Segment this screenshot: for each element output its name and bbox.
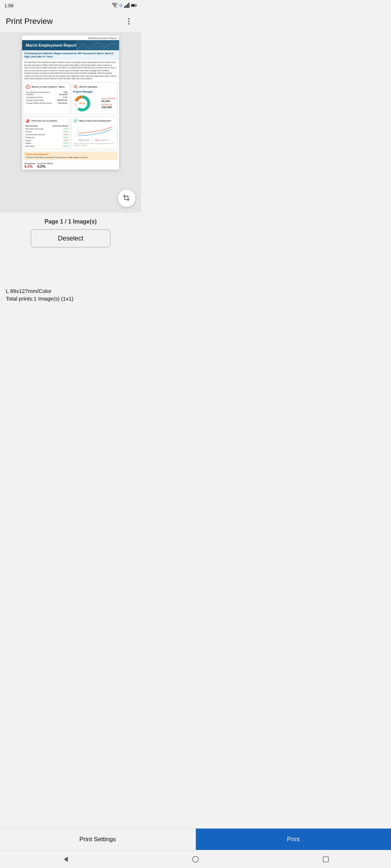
deselect-button[interactable]: Deselect <box>31 229 110 247</box>
industry-value: +0.5% <box>50 145 68 148</box>
more-options-button[interactable] <box>122 15 135 28</box>
active-count: 22,493 <box>101 99 116 103</box>
svg-point-9 <box>128 18 130 20</box>
search-icon <box>73 84 78 89</box>
stat-value: $26.82 0.3% <box>55 99 67 101</box>
table-row: Non-Agricultural Employment Variables: +… <box>26 91 67 95</box>
magnifier-icon <box>73 85 78 89</box>
industry-value: -0.2% <box>50 133 68 136</box>
page-title: Print Preview <box>6 17 53 26</box>
svg-rect-18 <box>26 121 27 123</box>
svg-point-10 <box>128 21 130 22</box>
svg-point-13 <box>74 85 76 87</box>
svg-rect-3 <box>126 5 127 8</box>
industry-name: Healthcare <box>25 136 50 139</box>
status-bar: 1:58 G <box>0 0 141 11</box>
labor-stats-table: Non-Agricultural Employment Variables: +… <box>25 90 68 105</box>
from-prev-month: From Prev. Month 4.0% <box>37 162 52 169</box>
industry-name: Finance <box>25 130 50 133</box>
svg-point-25 <box>96 140 97 141</box>
status-icons: G <box>112 3 137 8</box>
main-content: Monthly Research Report March Employment… <box>0 32 141 312</box>
col-label: Work Increase <box>25 124 50 127</box>
industry-value: +1.6% <box>50 142 68 145</box>
svg-rect-7 <box>136 5 137 6</box>
svg-rect-20 <box>28 119 29 122</box>
wage-chart-title: Wage Growth and Unemployment <box>79 120 111 122</box>
svg-point-11 <box>128 23 130 25</box>
industry-name: Information technology <box>25 127 50 130</box>
stat-label: Average Hourly Wage: <box>26 99 55 101</box>
future-title: Future Development <box>26 153 115 156</box>
table-row: Energy-1.8% <box>25 139 68 142</box>
donut-chart: 20.7% <box>73 94 91 112</box>
g-icon: G <box>119 3 122 8</box>
bottom-info: L 89x127mm/Color Total prints:1 Image(s)… <box>0 284 141 306</box>
industry-header: Profit and Loss by Industry <box>25 118 68 123</box>
page-indicator: Page 1 / 1 Image(s) <box>45 218 97 225</box>
industry-value: +0.2% <box>50 136 68 139</box>
stat-label: Non-Agricultural Employment Variables: <box>26 91 55 95</box>
industry-value: +1.2% <box>50 127 68 130</box>
skill-stats-box: Skill Set Highlights Project Manager <box>71 82 118 114</box>
svg-point-0 <box>114 7 115 8</box>
labor-stats-box: Ministry of Labor Statistics - March Non… <box>24 82 70 114</box>
stat-label: Unemployment Rate <box>26 96 55 98</box>
table-row: Average Hourly Wage: $26.82 0.3% <box>26 99 67 101</box>
job-ads-stat: Job Want Ads 108,495 <box>101 103 116 109</box>
future-box: Future Development The pace of rate hike… <box>24 152 118 160</box>
more-icon <box>125 17 133 26</box>
bar-chart-icon <box>26 119 30 123</box>
active-candidates-stat: Active Candidates 22,493 <box>101 97 116 103</box>
future-text: The pace of rate hikes is expected to be… <box>26 156 115 158</box>
top-bar: Print Preview <box>0 11 141 32</box>
battery-icon <box>131 3 137 8</box>
stat-label: Average Weekly Working Hours: <box>26 102 55 104</box>
industry-box: Profit and Loss by Industry Work Increas… <box>24 116 70 149</box>
wage-chart-box: Wage Growth and Unemployment Avg Hourl <box>71 116 118 149</box>
svg-rect-8 <box>131 5 135 7</box>
unemployed-box: Unemployed 4.1% From Prev. Month 4.0% <box>22 161 119 170</box>
document-card: Monthly Research Report March Employment… <box>22 35 119 170</box>
skill-stats-header: Skill Set Highlights <box>73 84 116 89</box>
job-title: Project Manager <box>73 90 116 93</box>
chart-icon <box>26 85 30 89</box>
table-row: Finance+0.9% <box>25 130 68 133</box>
stat-value: +103 thousand <box>55 91 67 95</box>
print-size: L 89x127mm/Color <box>6 288 135 294</box>
header-decoration <box>76 40 119 50</box>
labor-stats-title: Ministry of Labor Statistics - March <box>31 86 65 88</box>
total-prints: Total prints:1 Image(s) (1x1) <box>6 295 135 302</box>
industry-value: +0.9% <box>50 130 68 133</box>
svg-line-14 <box>76 87 77 88</box>
wifi-icon <box>112 3 118 8</box>
report-header: March Employment Report <box>22 40 119 50</box>
svg-rect-5 <box>129 3 130 8</box>
table-row: Information technology+1.2% <box>25 127 68 130</box>
stat-value: 4.1% <box>55 96 67 98</box>
stats-subheader: US Employment Statistics Wages Increased… <box>22 50 119 60</box>
skill-area: 20.7% Active Candidates 22,493 Job Want … <box>73 94 116 112</box>
crop-icon <box>123 194 131 202</box>
industry-name: Energy <box>25 139 50 142</box>
labor-icon <box>25 84 30 89</box>
table-row: Unemployment Rate 4.1% <box>26 96 67 98</box>
svg-rect-19 <box>27 120 28 122</box>
table-row: Communication services-0.2% <box>25 133 68 136</box>
report-body-text: The latest March US employment report co… <box>22 60 119 82</box>
labor-stats-header: Ministry of Labor Statistics - March <box>25 84 68 89</box>
donut-label: 20.7% <box>79 102 85 105</box>
skill-info: Active Candidates 22,493 Job Want Ads 10… <box>101 97 116 110</box>
report-title: March Employment Report <box>26 43 76 47</box>
crop-button[interactable] <box>118 190 135 207</box>
svg-rect-2 <box>124 7 125 8</box>
document-preview-wrapper: Monthly Research Report March Employment… <box>0 32 141 213</box>
skill-title: Skill Set Highlights <box>79 86 97 88</box>
bottom-row: Profit and Loss by Industry Work Increas… <box>22 116 119 150</box>
svg-rect-4 <box>127 4 128 8</box>
table-row: Utilities+1.6% <box>25 142 68 145</box>
unemployed-label: Unemployed 4.1% <box>24 162 35 169</box>
signal-icon <box>124 3 130 8</box>
industry-value: -1.8% <box>50 139 68 142</box>
unemployed-rate: 4.1% <box>24 165 35 169</box>
